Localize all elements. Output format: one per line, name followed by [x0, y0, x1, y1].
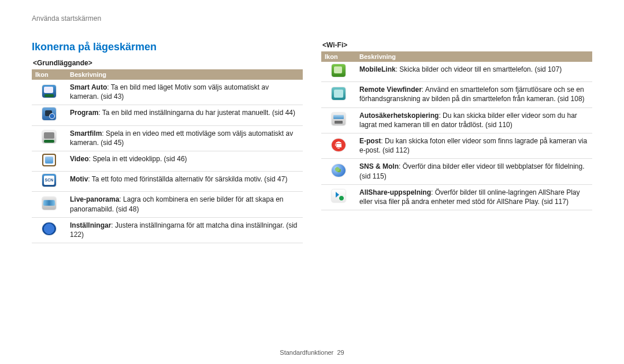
term-label: Motiv [70, 175, 88, 183]
icon-cell [321, 82, 356, 107]
term-label: Video [70, 155, 88, 163]
table-row: Autosäkerhetskopiering: Du kan skicka bi… [321, 107, 592, 133]
icon-cell [32, 217, 66, 243]
icon-cell [32, 172, 66, 192]
icon-cell [32, 151, 66, 171]
term-label: Smartfilm [70, 129, 102, 138]
sns-cloud-icon [332, 164, 346, 177]
col-head-desc: Beskrivning [66, 69, 303, 80]
description-cell: Smart Auto: Ta en bild med läget Motiv s… [66, 80, 303, 105]
icon-cell [32, 192, 66, 217]
settings-icon [42, 222, 56, 235]
table-row: AllShare-uppspelning: Överför bilder til… [321, 184, 592, 210]
smart-auto-icon [42, 85, 56, 98]
scene-icon [42, 174, 56, 187]
table-row: Inställningar: Justera inställningarna f… [32, 217, 303, 243]
term-label: Inställningar [70, 221, 111, 229]
term-label: E-post [359, 137, 381, 145]
page-title: Ikonerna på lägeskärmen [32, 41, 303, 53]
description-cell: Inställningar: Justera inställningarna f… [66, 217, 303, 243]
auto-backup-icon [332, 113, 346, 125]
smart-film-icon [42, 131, 56, 143]
description-cell: Smartfilm: Spela in en video med ett mot… [66, 125, 303, 151]
icon-cell [321, 107, 356, 133]
description-cell: Remote Viewfinder: Använd en smarttelefo… [356, 82, 592, 107]
footer-page-number: 29 [337, 349, 344, 356]
video-icon [42, 154, 56, 166]
term-label: Remote Viewfinder [359, 86, 422, 94]
col-head-icon: Ikon [32, 69, 66, 80]
term-label: SNS & Moln [359, 162, 399, 170]
term-label: MobileLink [359, 65, 396, 73]
icon-cell [32, 125, 66, 151]
col-head-icon: Ikon [321, 51, 356, 62]
term-label: Live-panorama [70, 195, 119, 203]
description-cell: SNS & Moln: Överför dina bilder eller vi… [356, 159, 592, 184]
description-cell: AllShare-uppspelning: Överför bilder til… [356, 184, 592, 210]
col-head-desc: Beskrivning [356, 51, 592, 62]
description-cell: Video: Spela in ett videoklipp. (sid 46) [66, 151, 303, 171]
description-cell: Live-panorama: Lagra och kombinera en se… [66, 192, 303, 217]
wifi-table: Ikon Beskrivning MobileLink: Skicka bild… [321, 51, 592, 210]
term-label: Smart Auto [70, 83, 107, 91]
icon-cell [321, 159, 356, 184]
section-heading-wifi: <Wi-Fi> [322, 41, 592, 49]
table-row: MobileLink: Skicka bilder och videor til… [321, 62, 592, 82]
table-row: E-post: Du kan skicka foton eller videor… [321, 133, 592, 158]
term-label: AllShare-uppspelning [359, 188, 431, 196]
icon-cell [321, 62, 356, 82]
description-cell: Motiv: Ta ett foto med förinställda alte… [66, 172, 303, 192]
email-icon [332, 139, 346, 151]
table-row: Smart Auto: Ta en bild med läget Motiv s… [32, 80, 303, 105]
allshare-play-icon [332, 190, 346, 202]
table-row: SNS & Moln: Överför dina bilder eller vi… [321, 159, 592, 184]
description-cell: MobileLink: Skicka bilder och videor til… [356, 62, 592, 82]
table-row: Smartfilm: Spela in en video med ett mot… [32, 125, 303, 151]
basic-table: Ikon Beskrivning Smart Auto: Ta en bild … [32, 69, 303, 243]
icon-cell [32, 105, 66, 125]
right-column: <Wi-Fi> Ikon Beskrivning MobileLink: Ski… [321, 41, 592, 243]
page-footer: Standardfunktioner 29 [0, 349, 624, 356]
panorama-icon [42, 197, 56, 210]
icon-cell [321, 184, 356, 210]
description-cell: Program: Ta en bild med inställningarna … [66, 105, 303, 125]
program-icon [42, 107, 56, 120]
footer-label: Standardfunktioner [280, 349, 333, 356]
left-column: Ikonerna på lägeskärmen <Grundläggande> … [32, 41, 303, 243]
icon-cell [321, 133, 356, 158]
icon-cell [32, 80, 66, 105]
description-cell: Autosäkerhetskopiering: Du kan skicka bi… [356, 107, 592, 133]
table-row: Remote Viewfinder: Använd en smarttelefo… [321, 82, 592, 107]
description-cell: E-post: Du kan skicka foton eller videor… [356, 133, 592, 158]
table-row: Live-panorama: Lagra och kombinera en se… [32, 192, 303, 217]
remote-viewfinder-icon [332, 87, 346, 100]
table-row: Video: Spela in ett videoklipp. (sid 46) [32, 151, 303, 171]
term-label: Autosäkerhetskopiering [359, 112, 439, 120]
breadcrumb: Använda startskärmen [32, 14, 592, 23]
term-label: Program [70, 109, 98, 117]
mobilelink-icon [332, 64, 346, 77]
section-heading-basic: <Grundläggande> [33, 59, 303, 67]
table-row: Motiv: Ta ett foto med förinställda alte… [32, 172, 303, 192]
table-row: Program: Ta en bild med inställningarna … [32, 105, 303, 125]
